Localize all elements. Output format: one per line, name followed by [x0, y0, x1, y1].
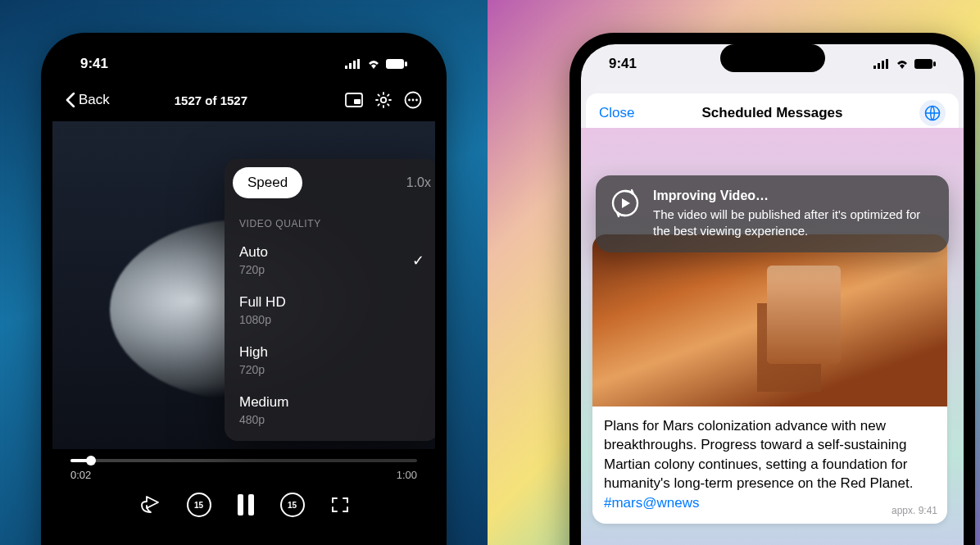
wifi-icon	[895, 59, 910, 69]
quality-item-auto[interactable]: Auto720p ✓	[225, 236, 435, 286]
more-icon[interactable]	[404, 91, 422, 109]
sheet-header: Close Scheduled Messages	[586, 93, 959, 133]
wifi-icon	[366, 59, 381, 69]
speed-value: 1.0x	[406, 175, 431, 190]
message-card[interactable]: Plans for Mars colonization advance with…	[592, 234, 947, 524]
toast-title: Improving Video…	[653, 187, 936, 205]
hashtag[interactable]: #mars	[604, 495, 642, 511]
scrubber[interactable]: 0:02 1:00	[70, 459, 417, 481]
cellular-icon	[345, 59, 361, 69]
svg-rect-15	[882, 61, 884, 69]
phone-screen: 9:41 Close Scheduled Messages	[581, 44, 964, 545]
share-icon[interactable]	[139, 496, 161, 514]
nav-bar: Back 1527 of 1527	[52, 84, 435, 116]
svg-rect-1	[349, 63, 352, 69]
svg-rect-2	[353, 61, 356, 69]
status-time: 9:41	[80, 56, 108, 72]
svg-rect-3	[357, 59, 360, 69]
toast: Improving Video… The video will be publi…	[596, 175, 949, 252]
svg-point-12	[415, 99, 418, 102]
message-video-thumb[interactable]	[592, 234, 947, 406]
message-text: Plans for Mars colonization advance with…	[592, 406, 947, 524]
pause-button[interactable]	[238, 494, 254, 515]
svg-rect-16	[886, 59, 888, 69]
quality-item-medium[interactable]: Medium480p	[225, 386, 435, 436]
quality-popover: Speed 1.0x VIDEO QUALITY Auto720p ✓ Full…	[225, 159, 435, 441]
svg-rect-7	[354, 99, 361, 104]
elapsed-time: 0:02	[70, 469, 91, 481]
quality-item-high[interactable]: High720p	[225, 336, 435, 386]
svg-point-8	[381, 98, 386, 102]
sheet-title: Scheduled Messages	[586, 105, 959, 121]
battery-icon	[914, 59, 936, 69]
status-indicators	[873, 59, 936, 69]
nav-title: 1527 of 1527	[82, 93, 340, 107]
battery-icon	[386, 59, 407, 69]
notch	[192, 44, 297, 72]
skip-forward-button[interactable]: 15	[280, 493, 305, 517]
mention[interactable]: @wnews	[642, 495, 699, 511]
speed-row[interactable]: Speed 1.0x	[225, 159, 435, 207]
check-icon: ✓	[412, 252, 424, 270]
quality-header: VIDEO QUALITY	[225, 207, 435, 236]
svg-rect-5	[405, 61, 407, 66]
toast-body: The video will be published after it's o…	[653, 207, 936, 240]
left-panel: 9:41 Back 1527 of 1527	[0, 0, 488, 545]
skip-back-button[interactable]: 15	[187, 493, 211, 517]
message-meta: appx. 9:41	[892, 504, 937, 518]
svg-rect-13	[873, 66, 876, 69]
svg-rect-18	[933, 61, 936, 66]
pip-icon[interactable]	[345, 93, 363, 107]
phone-frame: 9:41 Close Scheduled Messages	[569, 33, 975, 545]
status-time: 9:41	[609, 56, 637, 72]
status-indicators	[345, 59, 407, 69]
refresh-play-icon	[609, 187, 642, 220]
fullscreen-icon[interactable]	[331, 496, 349, 514]
phone-frame: 9:41 Back 1527 of 1527	[41, 33, 447, 545]
svg-rect-14	[878, 63, 880, 69]
total-time: 1:00	[397, 469, 417, 481]
right-panel: 9:41 Close Scheduled Messages	[488, 0, 980, 545]
svg-rect-0	[345, 66, 347, 69]
svg-rect-17	[914, 59, 932, 69]
quality-item-fullhd[interactable]: Full HD1080p	[225, 286, 435, 336]
chevron-left-icon	[66, 93, 75, 107]
playback-controls: 15 15	[52, 493, 435, 517]
svg-rect-4	[386, 59, 404, 69]
phone-screen: 9:41 Back 1527 of 1527	[52, 44, 435, 545]
svg-point-11	[412, 99, 415, 102]
svg-point-10	[408, 99, 411, 102]
notch	[720, 44, 825, 72]
gear-icon[interactable]	[374, 91, 392, 109]
cellular-icon	[873, 59, 890, 69]
speed-label: Speed	[233, 167, 302, 198]
